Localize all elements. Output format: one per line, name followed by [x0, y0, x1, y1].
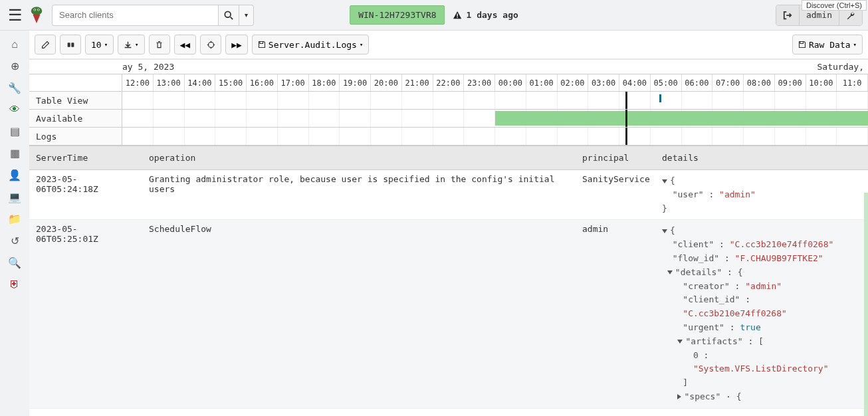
timeline-hour: 06:00 [682, 74, 713, 91]
table-row[interactable]: 2023-05-06T05:25:01Z ScheduleFlow admin … [29, 220, 868, 408]
target-icon[interactable]: ⊕ [11, 60, 19, 72]
cell-principal: admin [576, 224, 655, 403]
search-group: ▾ [52, 5, 254, 26]
timeline-row-logs[interactable]: Logs [29, 128, 122, 145]
download-icon [124, 41, 132, 49]
logout-icon [783, 11, 792, 20]
svg-rect-8 [457, 17, 458, 17]
json-toggle-icon[interactable] [662, 179, 667, 183]
crosshair-icon [207, 41, 215, 49]
tools-icon[interactable]: 🔧 [8, 82, 21, 94]
cell-principal: SanityService [576, 174, 655, 215]
svg-point-3 [34, 9, 35, 10]
toolbar: 10▾ ▾ ◀◀ ▶▶ Server.Audit.Logs▾ Raw Data▾ [29, 31, 868, 60]
svg-rect-10 [71, 43, 74, 47]
filter-button[interactable] [60, 35, 81, 54]
cell-details: { "user" : "admin" } [655, 174, 868, 215]
timeline-hour: 13:00 [154, 74, 185, 91]
warning-icon [453, 11, 463, 20]
svg-line-6 [231, 17, 233, 19]
timeline-hour: 14:00 [185, 74, 216, 91]
delete-button[interactable] [149, 35, 170, 54]
json-toggle-icon[interactable] [677, 394, 681, 399]
home-icon[interactable]: ⌂ [11, 39, 18, 51]
tooltip-discover: Discover (Ctrl+S) [802, 0, 867, 11]
timeline-day-left: ay 5, 2023 [122, 62, 174, 72]
pagesize-dropdown[interactable]: 10▾ [85, 35, 114, 54]
col-servertime[interactable]: ServerTime [29, 153, 142, 163]
timeline-row-available[interactable]: Available [29, 110, 122, 127]
scrollbar[interactable] [864, 193, 868, 416]
artifact-dropdown[interactable]: Server.Audit.Logs▾ [252, 35, 369, 54]
timeline-hour: 22:00 [433, 74, 465, 91]
rewind-button[interactable]: ◀◀ [174, 35, 197, 54]
wrench-icon [846, 11, 855, 20]
table-header: ServerTime operation principal details [29, 146, 868, 170]
timeline-hour: 08:00 [744, 74, 775, 91]
menu-icon[interactable]: ☰ [5, 3, 25, 27]
col-principal[interactable]: principal [576, 153, 655, 163]
timeline-hour: 21:00 [402, 74, 433, 91]
cell-time: 2023-05-06T05:25:01Z [29, 224, 142, 403]
folder-icon[interactable]: 📁 [8, 213, 21, 225]
binoculars-icon [66, 41, 75, 49]
cell-time: 2023-05-06T05:24:18Z [29, 174, 142, 215]
server-icon[interactable]: ▤ [10, 125, 20, 138]
timeline-hour: 15:00 [215, 74, 247, 91]
cell-operation: ScheduleFlow [142, 224, 576, 403]
main: 10▾ ▾ ◀◀ ▶▶ Server.Audit.Logs▾ Raw Data▾… [29, 31, 868, 416]
cell-operation: Granting administrator role, because use… [142, 174, 576, 215]
save-icon [258, 41, 266, 49]
shield-icon[interactable]: ⛨ [9, 278, 20, 290]
raw-data-dropdown[interactable]: Raw Data▾ [792, 35, 863, 54]
search-options-caret[interactable]: ▾ [239, 5, 254, 26]
timeline-hour: 00:00 [495, 74, 526, 91]
svg-rect-7 [457, 13, 458, 16]
search-button[interactable] [218, 5, 239, 26]
timeline-hour: 17:00 [278, 74, 309, 91]
timeline-hour: 16:00 [247, 74, 278, 91]
svg-rect-9 [67, 43, 70, 47]
timeline-row-tableview[interactable]: Table View [29, 92, 122, 109]
timeline-hour: 01:00 [526, 74, 558, 91]
search-input[interactable] [52, 5, 218, 26]
timeline-hour: 19:00 [340, 74, 371, 91]
save-icon [798, 41, 806, 49]
history-icon[interactable]: ↺ [11, 235, 19, 247]
user-icon[interactable]: 👤 [8, 169, 21, 181]
timeline-hour: 20:00 [371, 74, 402, 91]
logout-button[interactable] [776, 5, 800, 25]
col-operation[interactable]: operation [142, 153, 576, 163]
host-badge[interactable]: WIN-12H7293TVR8 [350, 5, 445, 25]
timeline-hour: 18:00 [309, 74, 340, 91]
svg-point-0 [31, 7, 43, 15]
timeline-day-right: Saturday, [817, 62, 864, 72]
eye-icon[interactable]: 👁 [9, 104, 20, 116]
cell-details: { "client" : "C.cc3b210e74ff0268" "flow_… [655, 224, 868, 403]
timeline-hour: 05:00 [651, 74, 682, 91]
warning-text: 1 days ago [467, 10, 518, 20]
center-button[interactable] [200, 35, 221, 54]
binoculars-icon[interactable]: 🔍 [8, 257, 21, 269]
forward-button[interactable]: ▶▶ [225, 35, 248, 54]
book-icon[interactable]: ▦ [10, 147, 20, 159]
timeline-marker[interactable] [659, 94, 661, 102]
trash-icon [155, 41, 163, 49]
availability-bar [495, 111, 868, 126]
timeline-hour: 23:00 [464, 74, 495, 91]
json-toggle-icon[interactable] [677, 340, 683, 344]
download-dropdown[interactable]: ▾ [118, 35, 144, 54]
svg-point-11 [208, 42, 213, 47]
search-icon [224, 11, 233, 20]
edit-button[interactable] [35, 35, 56, 54]
pencil-icon [41, 41, 50, 49]
log-table: ServerTime operation principal details 2… [29, 146, 868, 416]
json-toggle-icon[interactable] [662, 229, 667, 233]
laptop-icon[interactable]: 💻 [8, 191, 21, 203]
timeline-hour: 12:00 [122, 74, 154, 91]
table-row[interactable]: 2023-05-06T05:24:18Z Granting administra… [29, 170, 868, 220]
json-toggle-icon[interactable] [667, 270, 673, 274]
col-details[interactable]: details [655, 153, 868, 163]
timeline-hour: 02:00 [558, 74, 589, 91]
app-logo-icon [29, 5, 44, 25]
